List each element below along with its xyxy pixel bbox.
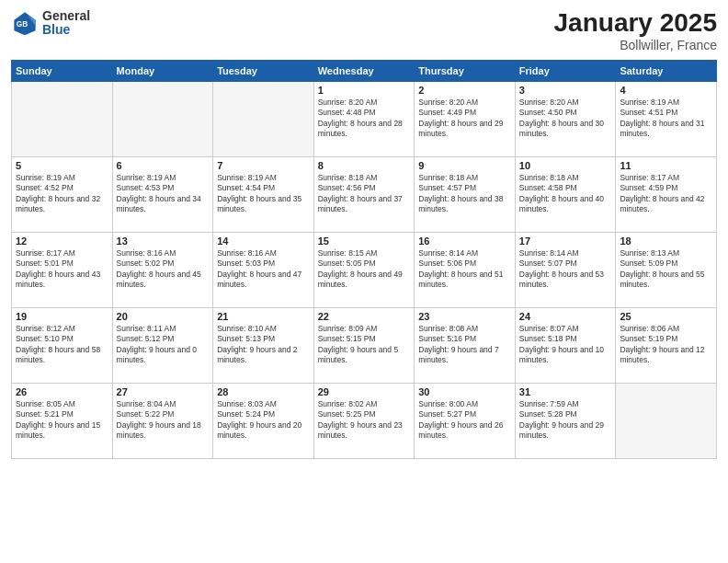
day-number: 5: [16, 160, 108, 171]
week-row-3: 12Sunrise: 8:17 AM Sunset: 5:01 PM Dayli…: [12, 232, 717, 307]
calendar-cell: 1Sunrise: 8:20 AM Sunset: 4:48 PM Daylig…: [313, 81, 415, 156]
calendar-cell: 19Sunrise: 8:12 AM Sunset: 5:10 PM Dayli…: [12, 307, 113, 383]
calendar-cell: 4Sunrise: 8:19 AM Sunset: 4:51 PM Daylig…: [616, 81, 717, 156]
day-number: 8: [318, 160, 411, 171]
calendar-cell: 26Sunrise: 8:05 AM Sunset: 5:21 PM Dayli…: [12, 383, 113, 458]
title-block: January 2025 Bollwiller, France: [554, 9, 717, 52]
cell-info: Sunrise: 8:18 AM Sunset: 4:58 PM Dayligh…: [519, 173, 612, 215]
day-number: 22: [318, 311, 411, 322]
day-number: 30: [418, 386, 511, 397]
cell-info: Sunrise: 7:59 AM Sunset: 5:28 PM Dayligh…: [519, 399, 612, 442]
calendar-cell: 20Sunrise: 8:11 AM Sunset: 5:12 PM Dayli…: [112, 307, 213, 383]
day-number: 7: [217, 160, 310, 171]
logo-text: General Blue: [42, 9, 90, 38]
calendar-cell: 12Sunrise: 8:17 AM Sunset: 5:01 PM Dayli…: [12, 232, 113, 307]
day-number: 28: [217, 386, 310, 397]
cell-info: Sunrise: 8:07 AM Sunset: 5:18 PM Dayligh…: [519, 324, 612, 366]
calendar-cell: 31Sunrise: 7:59 AM Sunset: 5:28 PM Dayli…: [515, 383, 616, 458]
cell-info: Sunrise: 8:18 AM Sunset: 4:56 PM Dayligh…: [318, 173, 411, 215]
calendar-cell: 16Sunrise: 8:14 AM Sunset: 5:06 PM Dayli…: [415, 232, 516, 307]
cell-info: Sunrise: 8:18 AM Sunset: 4:57 PM Dayligh…: [418, 173, 511, 215]
cell-info: Sunrise: 8:14 AM Sunset: 5:06 PM Dayligh…: [418, 248, 511, 291]
day-number: 12: [16, 236, 108, 247]
svg-text:GB: GB: [17, 20, 28, 29]
calendar-cell: 9Sunrise: 8:18 AM Sunset: 4:57 PM Daylig…: [415, 156, 516, 232]
calendar-cell: 25Sunrise: 8:06 AM Sunset: 5:19 PM Dayli…: [616, 307, 717, 383]
cell-info: Sunrise: 8:19 AM Sunset: 4:54 PM Dayligh…: [217, 173, 310, 215]
cell-info: Sunrise: 8:12 AM Sunset: 5:10 PM Dayligh…: [16, 324, 108, 366]
cell-info: Sunrise: 8:19 AM Sunset: 4:51 PM Dayligh…: [620, 98, 712, 140]
cell-info: Sunrise: 8:14 AM Sunset: 5:07 PM Dayligh…: [519, 248, 612, 291]
day-number: 29: [318, 386, 411, 397]
day-number: 10: [519, 160, 612, 171]
calendar-cell: [213, 81, 314, 156]
calendar-cell: 6Sunrise: 8:19 AM Sunset: 4:53 PM Daylig…: [112, 156, 213, 232]
cell-info: Sunrise: 8:03 AM Sunset: 5:24 PM Dayligh…: [217, 399, 310, 442]
calendar-cell: 21Sunrise: 8:10 AM Sunset: 5:13 PM Dayli…: [213, 307, 314, 383]
calendar-cell: 5Sunrise: 8:19 AM Sunset: 4:52 PM Daylig…: [12, 156, 113, 232]
cell-info: Sunrise: 8:16 AM Sunset: 5:02 PM Dayligh…: [117, 248, 210, 291]
col-sunday: Sunday: [12, 60, 113, 81]
cell-info: Sunrise: 8:00 AM Sunset: 5:27 PM Dayligh…: [418, 399, 511, 442]
calendar-cell: [12, 81, 113, 156]
day-number: 31: [519, 386, 612, 397]
day-number: 17: [519, 236, 612, 247]
cell-info: Sunrise: 8:15 AM Sunset: 5:05 PM Dayligh…: [318, 248, 411, 291]
day-number: 23: [418, 311, 511, 322]
calendar-cell: 22Sunrise: 8:09 AM Sunset: 5:15 PM Dayli…: [313, 307, 415, 383]
cell-info: Sunrise: 8:04 AM Sunset: 5:22 PM Dayligh…: [117, 399, 210, 442]
cell-info: Sunrise: 8:17 AM Sunset: 4:59 PM Dayligh…: [620, 173, 712, 215]
calendar-cell: 13Sunrise: 8:16 AM Sunset: 5:02 PM Dayli…: [112, 232, 213, 307]
day-number: 2: [418, 85, 511, 96]
day-number: 15: [318, 236, 411, 247]
day-number: 26: [16, 386, 108, 397]
day-number: 3: [519, 85, 612, 96]
cell-info: Sunrise: 8:02 AM Sunset: 5:25 PM Dayligh…: [318, 399, 411, 442]
day-number: 4: [620, 85, 712, 96]
calendar-cell: 11Sunrise: 8:17 AM Sunset: 4:59 PM Dayli…: [616, 156, 717, 232]
day-number: 16: [418, 236, 511, 247]
day-number: 11: [620, 160, 712, 171]
calendar-header-row: Sunday Monday Tuesday Wednesday Thursday…: [12, 60, 717, 81]
week-row-2: 5Sunrise: 8:19 AM Sunset: 4:52 PM Daylig…: [12, 156, 717, 232]
day-number: 27: [117, 386, 210, 397]
calendar-cell: 3Sunrise: 8:20 AM Sunset: 4:50 PM Daylig…: [515, 81, 616, 156]
cell-info: Sunrise: 8:06 AM Sunset: 5:19 PM Dayligh…: [620, 324, 712, 366]
logo-blue-text: Blue: [42, 23, 90, 37]
day-number: 21: [217, 311, 310, 322]
cell-info: Sunrise: 8:20 AM Sunset: 4:50 PM Dayligh…: [519, 98, 612, 140]
calendar-cell: 29Sunrise: 8:02 AM Sunset: 5:25 PM Dayli…: [313, 383, 415, 458]
calendar-cell: 7Sunrise: 8:19 AM Sunset: 4:54 PM Daylig…: [213, 156, 314, 232]
calendar-cell: 18Sunrise: 8:13 AM Sunset: 5:09 PM Dayli…: [616, 232, 717, 307]
cell-info: Sunrise: 8:16 AM Sunset: 5:03 PM Dayligh…: [217, 248, 310, 291]
calendar-cell: 8Sunrise: 8:18 AM Sunset: 4:56 PM Daylig…: [313, 156, 415, 232]
calendar-cell: 30Sunrise: 8:00 AM Sunset: 5:27 PM Dayli…: [415, 383, 516, 458]
day-number: 24: [519, 311, 612, 322]
calendar-cell: 24Sunrise: 8:07 AM Sunset: 5:18 PM Dayli…: [515, 307, 616, 383]
cell-info: Sunrise: 8:09 AM Sunset: 5:15 PM Dayligh…: [318, 324, 411, 366]
cell-info: Sunrise: 8:20 AM Sunset: 4:49 PM Dayligh…: [418, 98, 511, 140]
col-tuesday: Tuesday: [213, 60, 314, 81]
day-number: 1: [318, 85, 411, 96]
location-subtitle: Bollwiller, France: [554, 38, 717, 52]
calendar-cell: 14Sunrise: 8:16 AM Sunset: 5:03 PM Dayli…: [213, 232, 314, 307]
day-number: 19: [16, 311, 108, 322]
col-saturday: Saturday: [616, 60, 717, 81]
logo-icon: GB: [11, 9, 39, 37]
cell-info: Sunrise: 8:10 AM Sunset: 5:13 PM Dayligh…: [217, 324, 310, 366]
page: GB General Blue January 2025 Bollwiller,…: [0, 0, 728, 563]
cell-info: Sunrise: 8:08 AM Sunset: 5:16 PM Dayligh…: [418, 324, 511, 366]
header: GB General Blue January 2025 Bollwiller,…: [11, 9, 717, 52]
cell-info: Sunrise: 8:17 AM Sunset: 5:01 PM Dayligh…: [16, 248, 108, 291]
calendar-cell: 27Sunrise: 8:04 AM Sunset: 5:22 PM Dayli…: [112, 383, 213, 458]
cell-info: Sunrise: 8:19 AM Sunset: 4:53 PM Dayligh…: [117, 173, 210, 215]
day-number: 14: [217, 236, 310, 247]
logo: GB General Blue: [11, 9, 90, 38]
cell-info: Sunrise: 8:05 AM Sunset: 5:21 PM Dayligh…: [16, 399, 108, 442]
calendar-cell: 17Sunrise: 8:14 AM Sunset: 5:07 PM Dayli…: [515, 232, 616, 307]
cell-info: Sunrise: 8:11 AM Sunset: 5:12 PM Dayligh…: [117, 324, 210, 366]
calendar-cell: 23Sunrise: 8:08 AM Sunset: 5:16 PM Dayli…: [415, 307, 516, 383]
day-number: 6: [117, 160, 210, 171]
calendar-cell: 15Sunrise: 8:15 AM Sunset: 5:05 PM Dayli…: [313, 232, 415, 307]
col-thursday: Thursday: [415, 60, 516, 81]
